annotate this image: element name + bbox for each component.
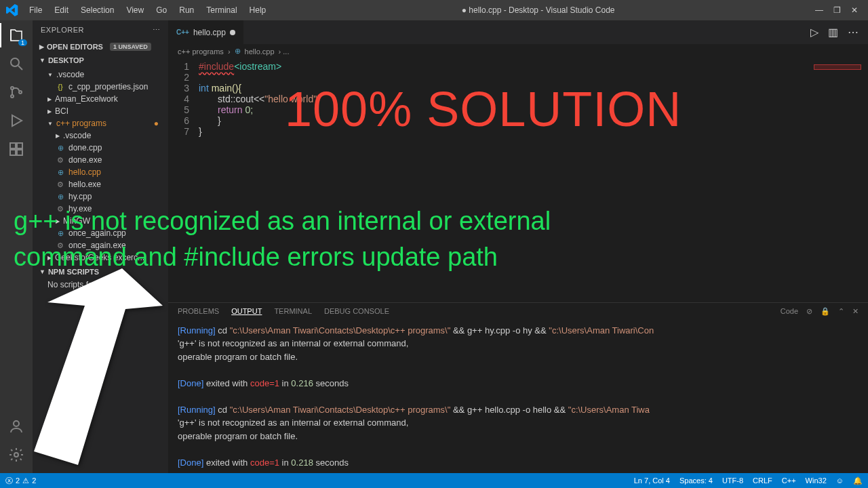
terminal-output[interactable]: [Running] cd "c:\Users\Aman Tiwari\Conta… [168,320,868,474]
lock-icon[interactable]: 🔒 [821,307,830,316]
status-errors[interactable]: ⓧ 2 ⚠ 2 [5,476,36,486]
source-control-icon[interactable] [8,84,24,100]
cpp-file-icon: C++ [176,28,189,36]
expand-icon[interactable]: ⌃ [838,307,844,316]
tab-hello-cpp[interactable]: C++ hello.cpp [168,20,244,44]
overlay-title: 100% SOLUTION [285,81,682,137]
menu-run[interactable]: Run [174,3,199,18]
tree-item[interactable]: ⚙done.exe [33,154,168,166]
more-actions-icon[interactable]: ⋯ [848,26,859,39]
minimize-icon[interactable]: — [815,5,823,15]
status-spaces[interactable]: Spaces: 4 [679,476,713,485]
panel-tab-debug[interactable]: DEBUG CONSOLE [324,307,389,315]
tree-item[interactable]: ▼.vscode [33,68,168,81]
search-icon[interactable] [8,56,24,72]
panel-tab-output[interactable]: OUTPUT [231,307,262,315]
tree-item[interactable]: {}c_cpp_properties.json [33,81,168,93]
window-controls: — ❐ ✕ [805,5,868,15]
svg-point-4 [19,91,22,94]
tree-item[interactable]: ▶BCI [33,105,168,117]
explorer-icon[interactable]: 1 [8,27,24,43]
panel-tab-terminal[interactable]: TERMINAL [274,307,312,315]
split-editor-icon[interactable]: ▥ [828,26,838,39]
folder-root[interactable]: ▼DESKTOP [33,54,168,67]
tab-bar: C++ hello.cpp ▷ ▥ ⋯ [168,20,868,44]
breadcrumb[interactable]: c++ programs › ⊕ hello.cpp › ... [168,44,868,58]
maximize-icon[interactable]: ❐ [833,5,841,15]
svg-rect-6 [10,143,16,148]
more-icon[interactable]: ⋯ [153,26,161,35]
tree-item[interactable]: ▶Aman_Excelwork [33,93,168,105]
menu-go[interactable]: Go [151,3,172,18]
svg-rect-9 [17,150,22,155]
tree-item[interactable]: ⊕hy.cpp [33,190,168,203]
panel-tab-problems[interactable]: PROBLEMS [178,307,219,315]
clear-icon[interactable]: ⊘ [806,307,812,316]
bottom-panel: PROBLEMS OUTPUT TERMINAL DEBUG CONSOLE C… [168,302,868,474]
close-icon[interactable]: ✕ [851,5,858,15]
svg-point-2 [11,87,14,89]
explorer-title: EXPLORER [41,26,84,35]
status-eol[interactable]: CRLF [753,476,772,485]
run-icon[interactable]: ▷ [810,26,818,39]
svg-marker-12 [34,268,163,465]
svg-point-0 [11,58,19,66]
menu-view[interactable]: View [121,3,149,18]
vscode-logo-icon [0,4,24,16]
tree-item[interactable]: ⚙hello.exe [33,178,168,190]
overlay-subtitle: g++ is not recognized as an internal or … [14,203,854,275]
arrow-annotation-icon [20,268,163,468]
svg-point-10 [14,421,19,426]
tree-item[interactable]: ▼c++ programs● [33,117,168,129]
svg-marker-5 [12,115,22,126]
status-cursor[interactable]: Ln 7, Col 4 [634,476,670,485]
svg-line-1 [18,66,22,70]
status-encoding[interactable]: UTF-8 [722,476,743,485]
svg-rect-8 [10,150,16,155]
titlebar: File Edit Selection View Go Run Terminal… [0,0,868,20]
tree-item[interactable]: ⊕hello.cpp [33,166,168,178]
window-title: ● hello.cpp - Desktop - Visual Studio Co… [271,5,805,15]
output-selector[interactable]: Code [781,307,798,315]
status-os[interactable]: Win32 [806,476,827,485]
status-bell-icon[interactable]: 🔔 [853,476,863,485]
tab-label: hello.cpp [193,28,226,37]
tree-item[interactable]: ⊕done.cpp [33,142,168,154]
status-bar: ⓧ 2 ⚠ 2 Ln 7, Col 4 Spaces: 4 UTF-8 CRLF… [0,473,868,488]
menubar: File Edit Selection View Go Run Terminal… [24,3,271,18]
svg-rect-7 [17,143,22,148]
tree-item[interactable]: ▶.vscode [33,129,168,142]
svg-point-11 [14,453,18,457]
menu-help[interactable]: Help [244,3,272,18]
status-language[interactable]: C++ [782,476,796,485]
run-debug-icon[interactable] [8,113,24,129]
menu-file[interactable]: File [24,3,47,18]
status-feedback-icon[interactable]: ☺ [836,476,844,485]
modified-dot-icon [230,30,235,35]
menu-edit[interactable]: Edit [49,3,74,18]
menu-terminal[interactable]: Terminal [201,3,242,18]
close-panel-icon[interactable]: ✕ [852,307,859,316]
minimap[interactable] [814,64,861,70]
menu-selection[interactable]: Selection [75,3,119,18]
extensions-icon[interactable] [8,141,24,157]
svg-point-3 [11,95,14,98]
open-editors-section[interactable]: ▶OPEN EDITORS1 UNSAVED [33,40,168,54]
